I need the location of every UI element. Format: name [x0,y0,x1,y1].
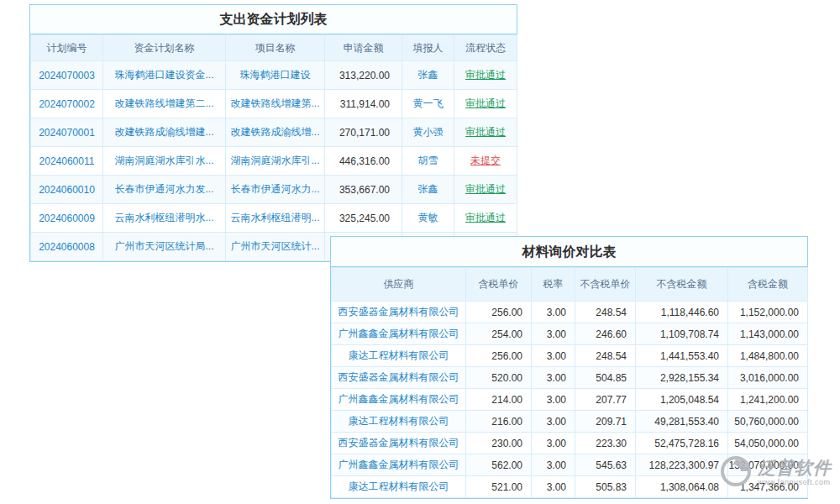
apply-amount: 311,914.00 [325,90,402,118]
project-name-link[interactable]: 湖南洞庭湖水库引... [230,155,319,166]
table-row[interactable]: 2024070003 珠海鹤港口建设资金... 珠海鹤港口建设 313,220.… [31,61,517,90]
tax-rate: 3.00 [532,345,575,367]
col-header-supplier: 供应商 [332,268,466,302]
filler-link[interactable]: 张鑫 [418,69,438,81]
table-row[interactable]: 2024060009 云南水利枢纽潜明水... 云南水利枢纽潜明... 325,… [31,204,517,233]
table-row[interactable]: 2024070002 改建铁路线增建第二... 改建铁路线增建第... 311,… [31,90,517,118]
watermark-brand: 泛普软件 [758,459,832,477]
project-name-link[interactable]: 改建铁路成渝线增... [230,126,319,138]
plan-table-card: 支出资金计划列表 计划编号 资金计划名称 项目名称 申请金额 填报人 流程状态 … [29,4,517,262]
tax-rate: 3.00 [532,389,575,411]
table-row[interactable]: 西安盛器金属材料有限公司 230.00 3.00 223.30 52,475,7… [332,433,808,454]
price-with-tax: 520.00 [466,367,532,389]
project-name-link[interactable]: 珠海鹤港口建设 [240,69,311,81]
supplier-link[interactable]: 康达工程材料有限公司 [349,349,449,361]
col-header-tax-rate: 税率 [532,268,575,302]
supplier-link[interactable]: 广州鑫鑫金属材料有限公司 [339,328,459,339]
plan-id-link[interactable]: 2024060008 [39,241,95,253]
table-row[interactable]: 西安盛器金属材料有限公司 256.00 3.00 248.54 1,118,44… [332,302,808,323]
status-link[interactable]: 审批通过 [465,183,506,195]
price-no-tax: 545.63 [575,454,636,476]
col-header-price-with-tax: 含税单价 [466,268,532,302]
amount-no-tax: 1,441,553.40 [636,345,728,367]
table-row[interactable]: 2024060011 湖南洞庭湖水库引水... 湖南洞庭湖水库引... 446,… [31,147,517,176]
supplier-link[interactable]: 康达工程材料有限公司 [349,480,449,492]
col-header-apply-amount: 申请金额 [325,35,402,61]
price-with-tax: 256.00 [466,302,532,323]
project-name-link[interactable]: 广州市天河区统计... [230,240,319,252]
tax-rate: 3.00 [532,411,575,433]
plan-id-link[interactable]: 2024070001 [39,127,95,139]
price-with-tax: 521.00 [466,476,532,498]
price-with-tax: 214.00 [466,389,532,411]
amount-no-tax: 52,475,728.16 [636,433,728,454]
status-link[interactable]: 审批通过 [465,212,506,223]
status-link[interactable]: 审批通过 [465,126,506,138]
filler-link[interactable]: 黄小强 [413,126,444,138]
project-name-link[interactable]: 改建铁路线增建第... [230,97,319,109]
price-no-tax: 207.77 [575,389,636,411]
supplier-link[interactable]: 西安盛器金属材料有限公司 [339,306,459,318]
project-name-link[interactable]: 云南水利枢纽潜明... [230,212,319,223]
table-row[interactable]: 康达工程材料有限公司 216.00 3.00 209.71 49,281,553… [332,411,808,433]
status-link[interactable]: 未提交 [470,155,501,166]
table-row[interactable]: 广州鑫鑫金属材料有限公司 214.00 3.00 207.77 1,205,04… [332,389,808,411]
plan-name-link[interactable]: 长春市伊通河水力发... [114,183,213,195]
amount-no-tax: 1,118,446.60 [636,302,728,323]
plan-name-link[interactable]: 广州市天河区统计局... [114,240,213,252]
amount-with-tax: 50,760,000.00 [728,411,808,433]
project-name-link[interactable]: 长春市伊通河水力... [230,183,319,195]
status-link[interactable]: 审批通过 [465,97,506,109]
status-link[interactable]: 审批通过 [465,69,506,81]
price-with-tax: 256.00 [466,345,532,367]
watermark: 泛普软件 www.fanpusoft.com [719,454,832,491]
plan-name-link[interactable]: 改建铁路线增建第二... [114,97,213,109]
plan-name-link[interactable]: 改建铁路成渝线增建... [114,126,213,138]
amount-no-tax: 1,308,064.08 [636,476,728,498]
tax-rate: 3.00 [532,323,575,345]
price-no-tax: 504.85 [575,367,636,389]
price-with-tax: 562.00 [466,454,532,476]
plan-id-link[interactable]: 2024070003 [39,70,95,81]
tax-rate: 3.00 [532,433,575,454]
plan-id-link[interactable]: 2024060011 [39,155,95,167]
plan-id-link[interactable]: 2024060010 [39,184,95,196]
supplier-link[interactable]: 康达工程材料有限公司 [349,415,449,427]
filler-link[interactable]: 黄敏 [418,212,438,223]
col-header-plan-name: 资金计划名称 [103,35,226,61]
table-row[interactable]: 2024070001 改建铁路成渝线增建... 改建铁路成渝线增... 270,… [31,118,517,147]
plan-name-link[interactable]: 云南水利枢纽潜明水... [114,212,213,223]
plan-name-link[interactable]: 珠海鹤港口建设资金... [114,69,213,81]
filler-link[interactable]: 张鑫 [418,183,438,195]
plan-id-link[interactable]: 2024060009 [39,213,95,224]
table-row[interactable]: 广州鑫鑫金属材料有限公司 254.00 3.00 246.60 1,109,70… [332,323,808,345]
filler-link[interactable]: 胡雪 [418,155,438,166]
supplier-link[interactable]: 广州鑫鑫金属材料有限公司 [339,459,459,470]
amount-no-tax: 49,281,553.40 [636,411,728,433]
plan-id-link[interactable]: 2024070002 [39,98,95,110]
amount-no-tax: 128,223,300.97 [636,454,728,476]
tax-rate: 3.00 [532,476,575,498]
supplier-link[interactable]: 广州鑫鑫金属材料有限公司 [339,393,459,405]
table-row[interactable]: 2024060010 长春市伊通河水力发... 长春市伊通河水力... 353,… [31,176,517,204]
amount-no-tax: 1,205,048.54 [636,389,728,411]
apply-amount: 353,667.00 [325,176,402,204]
supplier-link[interactable]: 西安盛器金属材料有限公司 [339,437,459,449]
price-no-tax: 248.54 [575,345,636,367]
plan-table-title: 支出资金计划列表 [30,5,517,34]
price-with-tax: 230.00 [466,433,532,454]
col-header-status: 流程状态 [454,35,517,61]
filler-link[interactable]: 黄一飞 [413,97,444,109]
plan-name-link[interactable]: 湖南洞庭湖水库引水... [114,155,213,166]
table-row[interactable]: 康达工程材料有限公司 256.00 3.00 248.54 1,441,553.… [332,345,808,367]
amount-with-tax: 1,241,200.00 [728,389,808,411]
price-no-tax: 209.71 [575,411,636,433]
amount-with-tax: 1,143,000.00 [728,323,808,345]
supplier-link[interactable]: 西安盛器金属材料有限公司 [339,371,459,383]
col-header-price-no-tax: 不含税单价 [575,268,636,302]
price-no-tax: 246.60 [575,323,636,345]
table-row[interactable]: 西安盛器金属材料有限公司 520.00 3.00 504.85 2,928,15… [332,367,808,389]
amount-with-tax: 1,484,800.00 [728,345,808,367]
price-no-tax: 505.83 [575,476,636,498]
col-header-amount-with-tax: 含税金额 [728,268,808,302]
